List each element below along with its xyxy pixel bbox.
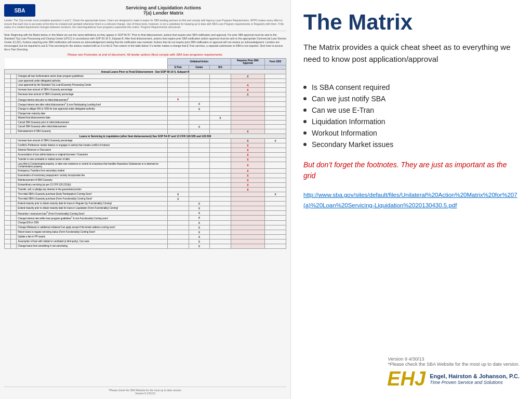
table-row: Examination of involuntary prepayment / … <box>5 173 286 178</box>
doc-header: SBA Servicing and Liquidation Actions 7(… <box>4 4 286 17</box>
table-row: The initial SBA's Guaranty purchase (For… <box>5 196 286 201</box>
doc-version: Version 9 1/31/12 <box>4 392 286 395</box>
table-row: Transfer to new unrelated or related own… <box>5 157 286 162</box>
section-b-header: Loans in Servicing & Liquidation (after … <box>5 134 286 138</box>
table-row: Assumption of loan with related or unrel… <box>5 239 286 244</box>
table-row: Adverse Revenue or Discussion X <box>5 148 286 152</box>
approval-subheader <box>231 65 264 69</box>
table-row: Remortise / restructure loan2 (Form Func… <box>5 210 286 216</box>
doc-note-text: Note: Beginning with the Matrix below, i… <box>4 33 286 51</box>
table-row: Reimbursement of SBA Guaranty X <box>5 178 286 182</box>
form-header: Form 1502 <box>265 58 286 65</box>
table-row: Increase loan amount of SBA's Guaranty p… <box>5 138 286 143</box>
bullet-dot <box>303 97 307 100</box>
table-row: Loss title to Contaminated property, or … <box>5 162 286 168</box>
doc-intro-text: Lender: The 7(a) Lender must complete qu… <box>4 19 286 31</box>
sba-document: SBA Servicing and Liquidation Actions 7(… <box>0 0 290 399</box>
footnote-text: But don’t forget the footnotes. They are… <box>303 159 520 181</box>
table-row: Conflict's Preference: lender obtains or… <box>5 143 286 148</box>
version-label: Version 9 4/30/13 *Please check the SBA … <box>388 356 520 367</box>
table-row: Change interest rate prior to initial di… <box>5 97 286 102</box>
bullet-item: Liquidation Information <box>303 116 520 127</box>
bullet-item: Can we just notify SBA <box>303 93 520 104</box>
bullet-dot <box>303 143 307 146</box>
bullet-dot <box>303 131 307 135</box>
na-header: N/A <box>210 65 231 69</box>
right-panel: The Matrix The Matrix provides a quick c… <box>291 0 532 399</box>
section-a-header: Annual Loans Prior to Final Disbursement… <box>5 69 286 74</box>
table-row: Update a lien in PP assets X <box>5 234 286 239</box>
table-row: Extend maturity prior to obtain maturity… <box>5 206 286 210</box>
table-row: Change interest rate within loan program… <box>5 216 286 221</box>
company-tagline: Time Proven Service and Solutions <box>430 380 520 385</box>
link-section: http://www.sba.gov/sites/default/files/U… <box>303 190 520 210</box>
etran-header: E-Tran <box>167 65 189 69</box>
title-section: The Matrix The Matrix provides a quick c… <box>303 10 520 73</box>
table-row: Extraordinary servicing (as per 13 CFR 1… <box>5 182 286 187</box>
doc-title-line2: 7(a) Lender Matrix <box>41 10 286 16</box>
matrix-table: Unilateral Action Requires Prior SBA App… <box>4 58 286 249</box>
table-row: Return loans to regular servicing status… <box>5 230 286 234</box>
bullet-list: Is SBA consent requiredCan we just notif… <box>303 82 520 150</box>
table-row: Cancel SBA Guaranty prior to initial dis… <box>5 120 286 124</box>
company-initials: EHJ <box>387 369 425 389</box>
document-panel: SBA Servicing and Liquidation Actions 7(… <box>0 0 291 399</box>
doc-footer: *Please check the SBA Website for the mo… <box>4 387 286 395</box>
table-row: Extend maturity prior to obtain maturity… <box>5 201 286 206</box>
bullet-dot <box>303 120 307 123</box>
company-name: Engel, Hairston & Johanson, P.C. <box>430 373 520 380</box>
doc-title-line1: Servicing and Liquidation Actions <box>41 5 286 10</box>
form-subheader <box>265 65 286 69</box>
table-row: Change (Release) or additional collatera… <box>5 225 286 230</box>
center-header: Center <box>189 65 210 69</box>
table-row: Cancel SBA Guaranty after initial disbur… <box>5 124 286 129</box>
table-row: Increase loan amount of SBA's Guaranty p… <box>5 87 286 92</box>
table-row: Change to obligor EIN or SSN for loan ap… <box>5 107 286 111</box>
doc-instruction: Please see Footnotes at end of document.… <box>4 53 286 56</box>
table-row: Loan approved under delegated authority <box>5 78 286 83</box>
bullet-dot <box>303 86 307 89</box>
table-row: Emergency Transfers from secondary marke… <box>5 168 286 173</box>
table-row: The initial SBA's Guaranty purchase (Ear… <box>5 192 286 196</box>
sba-link[interactable]: http://www.sba.gov/sites/default/files/U… <box>303 192 517 208</box>
table-row: Decrease loan amount of SBA's Guaranty p… <box>5 92 286 97</box>
table-row: Change EIN or SSN X <box>5 220 286 225</box>
bullet-item: Can we use E-Tran <box>303 104 520 116</box>
subtitle-text: The Matrix provides a quick cheat sheet … <box>303 42 520 65</box>
table-row: Transfer, sell, or pledge any interest i… <box>5 187 286 192</box>
bullet-item: Secondary Market issues <box>303 139 520 150</box>
table-row: Reinstatement of SBA Guaranty X <box>5 129 286 134</box>
table-row: Waived final disbursement date X <box>5 115 286 120</box>
right-footer: Version 9 4/30/13 *Please check the SBA … <box>303 356 520 389</box>
bullet-dot <box>303 109 307 112</box>
table-row: Changes-all loan Authorization action (l… <box>5 74 286 78</box>
company-name-block: Engel, Hairston & Johanson, P.C. Time Pr… <box>430 373 520 385</box>
table-row: Change interest rate after initial disbu… <box>5 102 286 107</box>
table-row: Accumulation of loss within balance or o… <box>5 152 286 157</box>
unilateral-header: Unilateral Action <box>167 58 231 65</box>
sba-approval-header: Requires Prior SBA Approval <box>231 58 264 65</box>
table-row: Change loan maturity date <box>5 111 286 115</box>
bullet-item: Workout Information <box>303 127 520 139</box>
table-row: Loan approved by the Standard 7(a) Loan/… <box>5 83 286 87</box>
bullet-item: Is SBA consent required <box>303 82 520 93</box>
footnote-section: But don’t forget the footnotes. They are… <box>303 159 520 181</box>
sba-logo: SBA <box>4 4 35 17</box>
doc-title-block: Servicing and Liquidation Actions 7(a) L… <box>41 5 286 16</box>
table-row: Change loans from something in non-amort… <box>5 244 286 248</box>
company-logo: EHJ Engel, Hairston & Johanson, P.C. Tim… <box>387 369 520 389</box>
main-title: The Matrix <box>303 10 520 34</box>
sba-logo-text: SBA <box>14 8 25 14</box>
